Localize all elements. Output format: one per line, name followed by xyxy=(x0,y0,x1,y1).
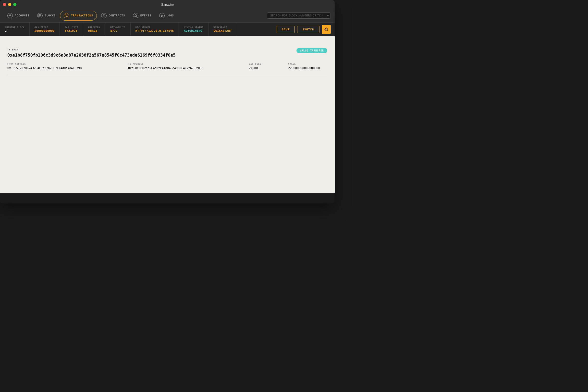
nav-events-label: EVENTS xyxy=(140,14,152,17)
nav-transactions[interactable]: TRANSACTIONS xyxy=(60,11,97,20)
search-container: ⌕ xyxy=(267,12,331,18)
nav-logs-label: LOGS xyxy=(166,14,174,17)
person-icon xyxy=(7,13,13,18)
svg-rect-7 xyxy=(161,16,163,16)
close-button[interactable] xyxy=(3,3,6,6)
svg-rect-8 xyxy=(161,16,162,17)
tx-details: FROM ADDRESS 0x15E517D7D6743294E7a37b2FC… xyxy=(7,63,327,70)
nav-logs[interactable]: LOGS xyxy=(156,11,178,20)
traffic-lights xyxy=(3,3,16,6)
main-content: VALUE TRANSFER TX HASH 0xe1b8f750fb106c3… xyxy=(0,36,335,193)
gas-used-value: 21000 xyxy=(249,66,288,70)
mining-status-item: MINING STATUS AUTOMINING xyxy=(179,22,208,36)
gas-price-label: GAS PRICE xyxy=(34,26,55,29)
tx-type-badge: VALUE TRANSFER xyxy=(296,48,327,53)
rpc-server-label: RPC SERVER xyxy=(136,26,174,29)
nav-accounts[interactable]: ACCOUNTS xyxy=(4,11,33,20)
svg-point-0 xyxy=(10,14,11,16)
status-actions: SAVE SWITCH xyxy=(273,22,335,36)
lines-icon xyxy=(159,13,165,18)
tx-hash-label: TX HASH xyxy=(7,48,327,51)
tx-hash-value: 0xe1b8f750fb106c3d9c6a3a87e2638f2a567a85… xyxy=(7,52,327,58)
nav-accounts-label: ACCOUNTS xyxy=(15,14,30,17)
to-address-item: TO ADDRESS 0xaC8eB8B2ed5C4a0fC41a84Ee495… xyxy=(128,63,249,70)
gas-limit-label: GAS LIMIT xyxy=(65,26,78,29)
grid-icon xyxy=(37,13,43,18)
from-address-item: FROM ADDRESS 0x15E517D7D6743294E7a37b2FC… xyxy=(7,63,128,70)
svg-rect-1 xyxy=(39,14,40,16)
nav-blocks[interactable]: BLOCKS xyxy=(34,11,59,20)
svg-point-9 xyxy=(326,29,327,30)
nav-transactions-label: TRANSACTIONS xyxy=(71,14,93,17)
switch-button[interactable]: SWITCH xyxy=(297,26,320,33)
search-input[interactable] xyxy=(267,12,331,18)
value-item: VALUE 220000000000000000 xyxy=(288,63,327,70)
rpc-server-value: HTTP://127.0.0.1:7545 xyxy=(136,29,174,32)
network-id-item: NETWORK ID 5777 xyxy=(105,22,130,36)
maximize-button[interactable] xyxy=(13,3,16,6)
nav-blocks-label: BLOCKS xyxy=(44,14,56,17)
document-icon xyxy=(101,13,106,18)
transaction-section: VALUE TRANSFER TX HASH 0xe1b8f750fb106c3… xyxy=(7,44,327,75)
network-id-label: NETWORK ID xyxy=(110,26,125,29)
workspace-value: QUICKSTART xyxy=(214,29,232,32)
workspace-label: WORKSPACE xyxy=(214,26,232,29)
current-block-value: 2 xyxy=(5,29,24,32)
nav-contracts[interactable]: CONTRACTS xyxy=(98,11,128,20)
bell-icon xyxy=(133,13,138,18)
current-block-label: CURRENT BLOCK xyxy=(5,26,24,29)
nav-contracts-label: CONTRACTS xyxy=(108,14,125,17)
gas-limit-item: GAS LIMIT 6721975 xyxy=(60,22,83,36)
minimize-button[interactable] xyxy=(8,3,11,6)
gas-price-item: GAS PRICE 20000000000 xyxy=(30,22,60,36)
svg-rect-2 xyxy=(40,14,41,16)
hardfork-value: MERGE xyxy=(88,29,100,32)
value-label: VALUE xyxy=(288,63,327,65)
svg-rect-3 xyxy=(39,16,40,17)
svg-rect-6 xyxy=(161,15,163,15)
nav-events[interactable]: EVENTS xyxy=(130,11,155,20)
status-bar: CURRENT BLOCK 2 GAS PRICE 20000000000 GA… xyxy=(0,22,335,36)
gas-limit-value: 6721975 xyxy=(65,29,78,32)
value-value: 220000000000000000 xyxy=(288,66,327,70)
workspace-item: WORKSPACE QUICKSTART xyxy=(208,22,237,36)
gas-price-value: 20000000000 xyxy=(34,29,55,32)
svg-rect-4 xyxy=(40,16,41,17)
nav-bar: ACCOUNTS BLOCKS TRANSACTIONS xyxy=(0,9,335,22)
window-title: Ganache xyxy=(161,3,174,6)
title-bar: Ganache xyxy=(0,0,335,9)
current-block-item: CURRENT BLOCK 2 xyxy=(0,22,30,36)
search-icon[interactable]: ⌕ xyxy=(327,14,329,18)
mining-status-value: AUTOMINING xyxy=(184,29,203,32)
to-address-label: TO ADDRESS xyxy=(128,63,249,65)
gas-used-item: GAS USED 21000 xyxy=(249,63,288,70)
from-address-value: 0x15E517D7D6743294E7a37b2FC7E14d0aAaAC03… xyxy=(7,66,128,70)
hardfork-label: HARDFORK xyxy=(88,26,100,29)
gear-icon xyxy=(324,28,328,31)
hardfork-item: HARDFORK MERGE xyxy=(83,22,105,36)
from-address-label: FROM ADDRESS xyxy=(7,63,128,65)
rpc-server-item: RPC SERVER HTTP://127.0.0.1:7545 xyxy=(130,22,179,36)
to-address-value: 0xaC8eB8B2ed5C4a0fC41a84Ee4950F417f67029… xyxy=(128,66,249,70)
gas-used-label: GAS USED xyxy=(249,63,288,65)
save-button[interactable]: SAVE xyxy=(276,26,295,33)
settings-button[interactable] xyxy=(322,25,331,34)
network-id-value: 5777 xyxy=(110,29,125,32)
arrows-icon xyxy=(64,13,69,18)
mining-status-label: MINING STATUS xyxy=(184,26,203,29)
